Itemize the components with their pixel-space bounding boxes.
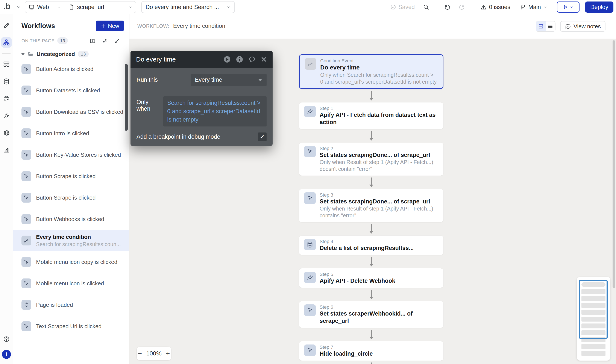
event-property-dialog: Do every time Run this Every time Only w…: [131, 51, 273, 146]
settings-tab[interactable]: [1, 128, 12, 138]
filter-sliders-icon[interactable]: [102, 38, 108, 44]
page-dropdown[interactable]: scrape_url: [65, 1, 136, 13]
canvas-scrollbar[interactable]: [613, 40, 615, 288]
workflow-list-item[interactable]: Button Webhooks is clicked: [13, 208, 129, 230]
cards-view-button[interactable]: [536, 21, 546, 31]
workflow-list-item[interactable]: Button Scrape is clicked: [13, 166, 129, 187]
dialog-header-icons: [223, 55, 267, 63]
view-notes-label: View notes: [574, 23, 601, 30]
mode-dropdown[interactable]: Web: [25, 1, 65, 13]
event-title: Do every time: [320, 64, 438, 71]
workflow-list-item[interactable]: Button Key-Value Stores is clicked: [13, 144, 129, 166]
run-this-value: Every time: [195, 77, 222, 83]
new-workflow-button[interactable]: New: [96, 21, 124, 31]
workflow-tab[interactable]: [1, 37, 12, 48]
workflow-list-item[interactable]: Button Actors is clicked: [13, 58, 129, 80]
step-card[interactable]: Step 5Apify API - Delete Webhook: [299, 268, 443, 288]
zoom-out-button[interactable]: −: [138, 350, 142, 357]
workflow-list-item[interactable]: Button Download as CSV is clicked: [13, 101, 129, 123]
search-icon[interactable]: [423, 4, 429, 10]
condition-event-icon: [305, 58, 316, 70]
issues-indicator[interactable]: 0 issues: [480, 4, 510, 11]
styles-tab[interactable]: [1, 93, 12, 104]
chevron-down-icon[interactable]: [16, 4, 21, 10]
workflow-item-label: Button Intro is clicked: [36, 130, 89, 137]
chevron-down-icon: [543, 5, 547, 9]
reusables-tab[interactable]: [1, 59, 12, 69]
preview-button[interactable]: [557, 1, 579, 13]
zoom-in-button[interactable]: +: [166, 350, 170, 357]
zoom-level: 100%: [146, 350, 162, 357]
breakpoint-checkbox[interactable]: ✓: [258, 132, 267, 141]
dialog-header[interactable]: Do every time: [131, 51, 273, 68]
new-folder-icon[interactable]: [90, 38, 96, 44]
expand-icon[interactable]: [114, 38, 120, 44]
dialog-body: Run this Every time Only when Search for…: [131, 68, 273, 146]
branch-selector[interactable]: Main: [520, 4, 547, 11]
workflow-list-item[interactable]: Text Scraped Url is clicked: [13, 315, 129, 337]
panel-scrollbar[interactable]: [125, 64, 128, 131]
step-label: Step 6: [320, 304, 438, 310]
logs-tab[interactable]: [1, 145, 12, 155]
help-button[interactable]: [1, 334, 12, 344]
condition-event-card[interactable]: Condition Event Do every time Only when …: [299, 54, 443, 89]
count-badge: 13: [78, 51, 88, 57]
step-card[interactable]: Step 7Hide loading_circle: [299, 341, 443, 361]
divider: [473, 3, 473, 11]
workflow-item-label: Button Scrape is clicked: [36, 173, 96, 180]
workflow-item-label: Button Webhooks is clicked: [36, 216, 104, 222]
list-view-icon: [548, 24, 553, 29]
workflow-list-item[interactable]: Every time conditionSearch for scrapingR…: [13, 230, 129, 251]
click-event-icon: [21, 129, 31, 138]
palette-icon: [3, 95, 10, 102]
flow-arrow: [370, 363, 373, 364]
only-when-label: Only when: [137, 96, 163, 127]
design-tab[interactable]: [1, 20, 12, 30]
plus-icon: [101, 23, 106, 28]
workflow-list-item[interactable]: Button Datasets is clicked: [13, 80, 129, 101]
step-label: Step 5: [320, 272, 395, 277]
deploy-button[interactable]: Deploy: [585, 1, 614, 13]
workflow-list-item[interactable]: Mobile menu icon is clicked: [13, 273, 129, 294]
plugin-icon: [3, 112, 10, 119]
comment-icon[interactable]: [248, 55, 256, 63]
data-tab[interactable]: [1, 76, 12, 87]
workflow-list: Button Actors is clickedButton Datasets …: [13, 58, 129, 337]
saved-status: Saved: [390, 4, 415, 11]
run-play-icon[interactable]: [223, 55, 231, 63]
list-view-button[interactable]: [546, 21, 555, 31]
plugins-tab[interactable]: [1, 111, 12, 121]
avatar[interactable]: I: [2, 350, 11, 359]
chevron-down-icon: [226, 5, 231, 9]
view-notes-button[interactable]: View notes: [560, 21, 605, 32]
workflow-list-item[interactable]: Button Scrape is clicked: [13, 187, 129, 208]
step-card[interactable]: Step 4Delete a list of scrapingResultss.…: [299, 235, 443, 255]
minimap[interactable]: [577, 277, 610, 361]
flow-arrow: [370, 290, 373, 299]
workflow-list-item[interactable]: Button Intro is clicked: [13, 123, 129, 144]
database-icon: [3, 78, 10, 85]
flow-arrow: [370, 178, 373, 187]
redo-icon[interactable]: [458, 4, 465, 11]
flow-arrow: [370, 224, 373, 234]
only-when-expression-box[interactable]: Search for scrapingResultss:count > 0 an…: [163, 96, 267, 127]
workflow-item-label: Every time condition: [36, 234, 121, 240]
step-card[interactable]: Step 2Set states scrapingDone... of scra…: [299, 143, 443, 176]
step-title: Delete a list of scrapingResultss...: [320, 244, 414, 252]
step-card[interactable]: Step 6Set states scraperWebhookId... of …: [299, 301, 443, 328]
workflow-list-item[interactable]: Page is loaded: [13, 294, 129, 315]
close-icon[interactable]: [260, 56, 267, 63]
divider: [437, 3, 437, 11]
run-this-select[interactable]: Every time: [191, 74, 267, 86]
step-card[interactable]: Step 1Apify API - Fetch data from datase…: [299, 103, 443, 129]
folder-icon: [27, 51, 34, 57]
step-title: Apify API - Fetch data from dataset text…: [320, 111, 438, 126]
step-description: Only when Result of step 1 (Apify API - …: [320, 159, 438, 172]
workflow-dropdown[interactable]: Do every time and Search ...: [141, 1, 235, 13]
workflow-list-item[interactable]: Mobile menu icon copy is clicked: [13, 251, 129, 273]
info-icon[interactable]: [236, 55, 243, 63]
minimap-viewport[interactable]: [579, 280, 608, 339]
step-card[interactable]: Step 3Set states scrapingDone... of scra…: [299, 189, 443, 222]
click-event-icon: [21, 321, 31, 331]
undo-icon[interactable]: [444, 4, 451, 11]
